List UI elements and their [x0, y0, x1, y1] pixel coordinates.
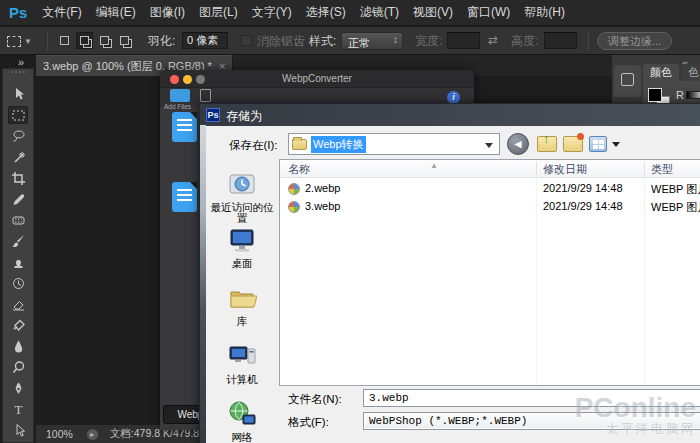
menu-文字Y[interactable]: 文字(Y): [252, 4, 292, 21]
filename-label: 文件名(N):: [288, 392, 342, 407]
tools-panel: T: [2, 68, 34, 443]
selection-add-button[interactable]: [76, 32, 93, 49]
eraser-tool[interactable]: [8, 295, 28, 313]
trash-icon[interactable]: [200, 89, 211, 102]
webpconverter-title-bar[interactable]: WebpConverter: [160, 70, 474, 88]
place-libraries[interactable]: 库: [206, 283, 278, 327]
marquee-tool[interactable]: [8, 106, 28, 124]
webp-file-icon: [288, 201, 300, 213]
photoshop-logo: Ps: [9, 4, 27, 21]
antialias-checkbox[interactable]: [241, 35, 252, 46]
views-grid-icon: [593, 140, 604, 149]
width-input[interactable]: [447, 32, 480, 49]
photoshop-app: Ps 文件(F)编辑(E)图像(I)图层(L)文字(Y)选择(S)滤镜(T)视图…: [0, 0, 700, 443]
menu-文件F[interactable]: 文件(F): [42, 4, 81, 21]
style-select[interactable]: 正常 ↕: [341, 32, 403, 50]
refine-edge-button[interactable]: 调整边缘...: [597, 32, 672, 50]
menu-窗口W[interactable]: 窗口(W): [467, 4, 510, 21]
sort-ascending-icon: ▲: [430, 161, 438, 170]
webp-file-icon: [288, 183, 300, 195]
selection-subtract-button[interactable]: [96, 32, 113, 49]
tab-swatches[interactable]: 色板: [681, 64, 700, 81]
chevron-down-icon: [612, 142, 620, 147]
magic-wand-tool[interactable]: [8, 148, 28, 166]
column-type[interactable]: 类型: [651, 160, 673, 178]
webpconverter-title: WebpConverter: [160, 70, 474, 88]
selection-new-button[interactable]: [56, 32, 73, 49]
crop-tool[interactable]: [8, 169, 28, 187]
red-channel-slider[interactable]: [686, 91, 700, 99]
place-recent-places[interactable]: 最近访问的位置: [206, 169, 278, 224]
add-files-icon[interactable]: [170, 89, 190, 102]
history-brush-tool[interactable]: [8, 274, 28, 292]
format-label: 格式(F):: [288, 415, 329, 430]
clone-stamp-tool[interactable]: [8, 253, 28, 271]
patch-tool[interactable]: [8, 211, 28, 229]
desktop-icon: [226, 225, 258, 255]
options-bar: ▼ 羽化: 0 像素 消除锯齿 样式: 正常 ↕ 宽度: ⇄ 高度: 调整边缘.…: [0, 27, 700, 55]
collapse-tools-icon[interactable]: »: [18, 56, 24, 68]
dialog-title: 存储为: [226, 108, 262, 125]
places-sidebar: 最近访问的位置桌面库计算机网络: [206, 159, 278, 443]
swap-dimensions-icon[interactable]: ⇄: [488, 33, 498, 47]
direct-select-tool[interactable]: [8, 421, 28, 439]
file-list: 名称 ▲ 修改日期 类型 2.webp2021/9/29 14:48WEBP 图…: [279, 159, 700, 386]
views-menu-button[interactable]: [589, 136, 607, 152]
selection-intersect-button[interactable]: [116, 32, 133, 49]
place-network[interactable]: 网络: [206, 399, 278, 443]
close-traffic-light[interactable]: [170, 75, 179, 84]
new-folder-button[interactable]: [563, 136, 583, 152]
panel-grip[interactable]: [11, 71, 25, 73]
tool-preset-picker[interactable]: ▼: [7, 33, 33, 49]
zoom-level[interactable]: 100%: [46, 428, 73, 440]
place-computer[interactable]: 计算机: [206, 341, 278, 385]
pen-tool[interactable]: [8, 379, 28, 397]
width-label: 宽度:: [415, 27, 442, 55]
menu-滤镜T[interactable]: 滤镜(T): [360, 4, 399, 21]
type-tool[interactable]: T: [8, 400, 28, 418]
feather-input[interactable]: 0 像素: [182, 32, 228, 49]
place-desktop[interactable]: 桌面: [206, 225, 278, 269]
menu-bar: Ps 文件(F)编辑(E)图像(I)图层(L)文字(Y)选择(S)滤镜(T)视图…: [0, 0, 700, 26]
height-input[interactable]: [544, 32, 577, 49]
styles-panel-icon: [621, 73, 634, 86]
computer-icon: [226, 341, 258, 371]
file-row-3.webp[interactable]: 3.webp2021/9/29 14:48WEBP 图片文件: [280, 198, 700, 216]
dodge-tool[interactable]: [8, 358, 28, 376]
feather-label: 羽化:: [148, 27, 175, 55]
converter-file-icon[interactable]: [172, 112, 197, 142]
folder-icon: [292, 139, 307, 150]
svg-text:T: T: [14, 402, 22, 417]
panel-dock-icon-well[interactable]: [614, 65, 641, 97]
menu-帮助H[interactable]: 帮助(H): [524, 4, 565, 21]
add-files-label: Add Files: [164, 103, 191, 110]
menu-图像I[interactable]: 图像(I): [150, 4, 185, 21]
column-name[interactable]: 名称: [288, 160, 310, 178]
blur-tool[interactable]: [8, 337, 28, 355]
up-arrow-icon: ↑: [543, 132, 550, 145]
style-label: 样式:: [309, 27, 336, 55]
paint-bucket-tool[interactable]: [8, 316, 28, 334]
save-in-select[interactable]: Webp转换: [288, 133, 500, 155]
converter-file-icon[interactable]: [172, 182, 197, 212]
spinner-arrows-icon: ↕: [393, 34, 398, 45]
up-one-level-button[interactable]: ↑: [537, 136, 557, 152]
status-icon: ▸: [87, 429, 98, 440]
network-icon: [226, 399, 258, 429]
foreground-color-swatch[interactable]: [648, 88, 662, 102]
save-in-label: 保存在(I):: [229, 138, 278, 153]
menu-选择S[interactable]: 选择(S): [306, 4, 346, 21]
minimize-traffic-light[interactable]: [183, 75, 192, 84]
column-date[interactable]: 修改日期: [543, 160, 587, 178]
brush-tool[interactable]: [8, 232, 28, 250]
file-row-2.webp[interactable]: 2.webp2021/9/29 14:48WEBP 图片文件: [280, 180, 700, 198]
menu-图层L[interactable]: 图层(L): [199, 4, 238, 21]
eyedropper-tool[interactable]: [8, 190, 28, 208]
tab-color[interactable]: 颜色: [643, 64, 679, 81]
menu-编辑E[interactable]: 编辑(E): [96, 4, 136, 21]
menu-视图V[interactable]: 视图(V): [413, 4, 453, 21]
pconline-watermark: PConline 太平洋电脑网: [556, 392, 696, 438]
move-tool[interactable]: [8, 85, 28, 103]
back-button[interactable]: ◄: [507, 133, 529, 155]
lasso-tool[interactable]: [8, 127, 28, 145]
